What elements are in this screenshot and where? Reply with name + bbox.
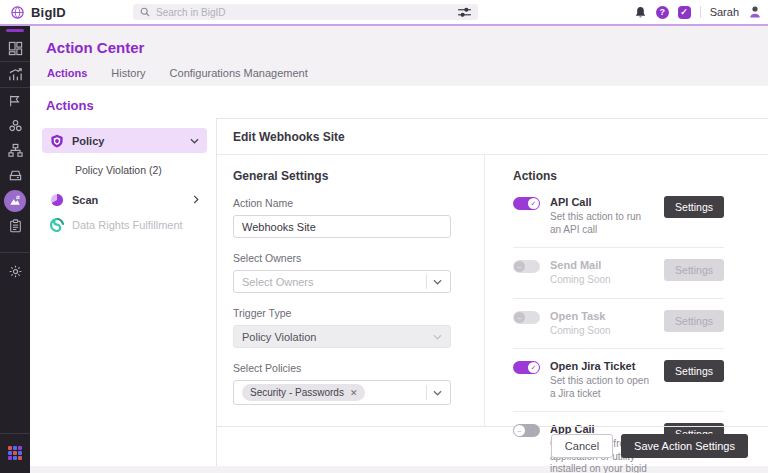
sidebar-item-data-sources[interactable] [0,163,30,188]
chevron-right-icon [193,195,199,204]
send-mail-toggle: – [513,260,540,273]
main-content: Action Center Actions History Configurat… [30,26,768,473]
chevron-down-icon [433,390,442,396]
search-icon [140,7,150,17]
chevron-down-icon [433,279,442,285]
app-call-toggle[interactable]: – [513,424,540,437]
bigid-logo-icon [10,5,25,20]
editor-title: Edit Webhooks Site [217,119,768,155]
data-rights-fulfillment-icon [50,218,64,232]
policy-chip: Security - Passwords ✕ [242,384,365,401]
sidebar-separator [0,252,30,253]
sidebar-item-action-center[interactable] [0,188,30,213]
tree-item-policy-violation[interactable]: Policy Violation (2) [42,153,207,187]
select-policies-label: Select Policies [233,362,464,374]
action-center-icon [9,195,21,207]
cancel-button[interactable]: Cancel [551,434,613,458]
sidebar-active-indicator [6,29,24,32]
search-filter-icon[interactable] [458,7,471,18]
logo-text: BigID [31,5,66,20]
tree-item-data-rights-fulfillment: Data Rights Fulfillment [42,212,207,237]
edit-action-panel: Edit Webhooks Site General Settings Acti… [216,118,768,466]
server-icon [8,168,23,183]
tree-item-policy[interactable]: Policy [42,128,207,153]
sidebar-item-apps[interactable] [0,440,30,465]
action-description: Set this action to open a Jira ticket [550,375,654,400]
user-avatar-icon[interactable] [748,5,762,19]
api-call-toggle[interactable]: ✓ [513,197,540,210]
open-jira-ticket-settings-button[interactable]: Settings [664,360,724,382]
sidebar-item-reports[interactable] [0,213,30,238]
action-row-api-call: ✓ API Call Set this action to run an API… [513,185,724,248]
action-center-active-circle [4,190,26,212]
action-description: Set this action to run an API call [550,211,654,236]
hierarchy-icon [8,143,23,158]
chevron-down-icon [190,138,199,144]
action-description: Coming Soon [550,274,654,287]
action-description: Coming Soon [550,325,654,338]
scan-icon [50,193,64,207]
action-name-input[interactable] [233,215,451,238]
tasks-check-icon[interactable]: ✓ [678,6,691,19]
main-nav-sidebar [0,26,30,473]
header-accent-line [0,24,768,26]
chip-remove-icon[interactable]: ✕ [350,388,358,398]
action-row-send-mail: – Send Mail Coming Soon Settings [513,248,724,299]
sidebar-item-policies[interactable] [0,88,30,113]
notifications-bell-icon[interactable] [634,6,647,19]
actions-card: Actions Policy Policy Violation (2) [30,86,768,466]
select-owners-label: Select Owners [233,252,464,264]
action-name: Send Mail [550,259,654,271]
sidebar-separator [0,433,30,434]
tree-item-scan[interactable]: Scan [42,187,207,212]
top-header: BigID Search in BigID ? ✓ Sarah [0,0,768,24]
help-icon[interactable]: ? [656,6,669,19]
apps-grid-icon [8,446,22,460]
tab-actions[interactable]: Actions [47,67,87,88]
sidebar-item-dashboard[interactable] [0,36,30,61]
policy-chip-label: Security - Passwords [250,387,344,398]
tree-item-label: Data Rights Fulfillment [72,219,183,231]
select-owners-placeholder: Select Owners [242,276,314,288]
actions-heading: Actions [513,169,724,183]
tab-history[interactable]: History [111,67,145,87]
global-search-input[interactable]: Search in BigID [133,4,478,20]
open-task-settings-button: Settings [664,310,724,332]
tree-item-label: Scan [72,194,98,206]
sidebar-item-cluster[interactable] [0,113,30,138]
select-policies-dropdown[interactable]: Security - Passwords ✕ [233,380,451,405]
actions-column: Actions ✓ API Call Set this action to ru… [484,155,768,426]
save-action-settings-button[interactable]: Save Action Settings [621,434,748,458]
tab-configurations-management[interactable]: Configurations Management [170,67,308,87]
select-owners-dropdown[interactable]: Select Owners [233,270,451,293]
user-name: Sarah [710,6,739,18]
page-title: Action Center [30,26,768,56]
page-tabs: Actions History Configurations Managemen… [30,67,768,88]
chevron-down-icon [433,334,442,340]
bigid-logo[interactable]: BigID [0,5,66,20]
dashboard-icon [8,41,23,56]
action-name: Open Jira Ticket [550,360,654,372]
trigger-type-value: Policy Violation [242,331,316,343]
sidebar-item-hierarchy[interactable] [0,138,30,163]
action-row-open-task: – Open Task Coming Soon Settings [513,299,724,350]
gear-icon [8,264,23,279]
editor-footer: Cancel Save Action Settings [217,426,768,466]
search-placeholder: Search in BigID [156,7,452,18]
card-title: Actions [30,86,768,113]
header-divider [700,6,701,18]
trigger-type-label: Trigger Type [233,307,464,319]
general-settings-column: General Settings Action Name Select Owne… [217,155,484,426]
send-mail-settings-button: Settings [664,259,724,281]
general-settings-heading: General Settings [233,169,464,183]
clipboard-icon [9,219,22,233]
open-jira-ticket-toggle[interactable]: ✓ [513,361,540,374]
trigger-type-dropdown: Policy Violation [233,325,451,348]
action-name-label: Action Name [233,197,464,209]
sidebar-item-settings[interactable] [0,259,30,284]
action-name: Open Task [550,310,654,322]
sidebar-item-analytics[interactable] [0,62,30,87]
open-task-toggle: – [513,311,540,324]
policy-shield-icon [50,134,64,148]
api-call-settings-button[interactable]: Settings [664,196,724,218]
